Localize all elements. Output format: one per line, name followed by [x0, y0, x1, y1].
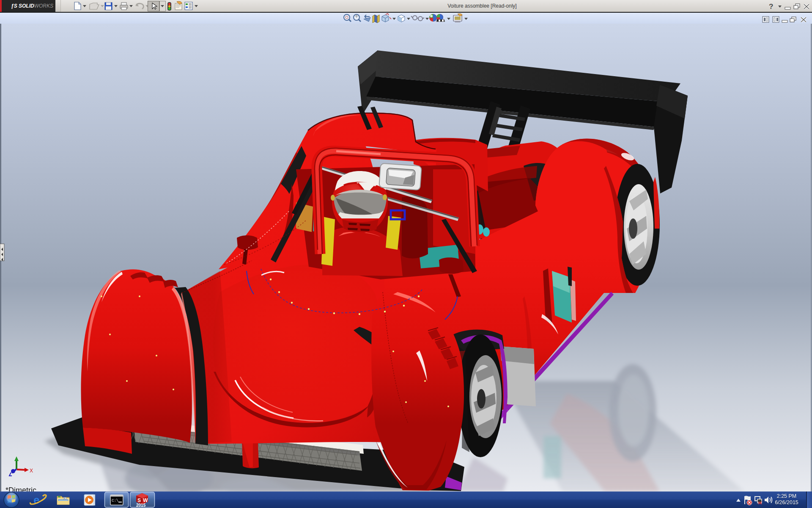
- svg-text:?: ?: [769, 3, 773, 11]
- svg-text:2015: 2015: [136, 503, 146, 508]
- svg-text:C:\: C:\: [112, 499, 118, 503]
- svg-text:W: W: [143, 497, 148, 503]
- svg-text:S: S: [137, 497, 141, 503]
- svg-text:*Dimetric: *Dimetric: [5, 486, 36, 491]
- svg-text:X: X: [30, 468, 33, 474]
